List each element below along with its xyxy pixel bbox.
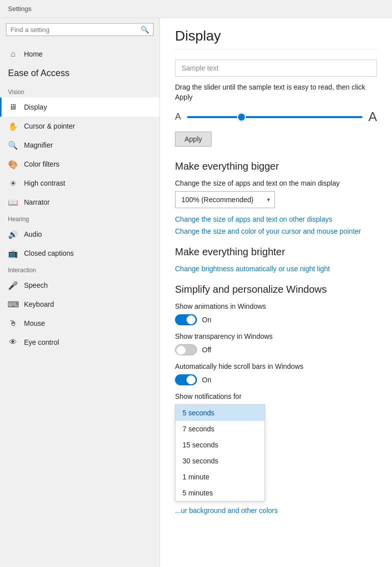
simplify-title: Simplify and personalize Windows xyxy=(175,284,377,295)
notification-dropdown-list: 5 seconds 7 seconds 15 seconds 30 second… xyxy=(175,404,265,501)
vision-section-label: Vision xyxy=(0,85,160,98)
apply-button[interactable]: Apply xyxy=(175,132,212,147)
notification-option-1m[interactable]: 1 minute xyxy=(176,469,264,485)
sidebar-item-magnifier[interactable]: 🔍 Magnifier xyxy=(0,136,160,155)
size-label: Change the size of apps and text on the … xyxy=(175,179,377,187)
magnifier-icon: 🔍 xyxy=(8,140,18,150)
sidebar-item-audio[interactable]: 🔊 Audio xyxy=(0,225,160,244)
sample-text-box: Sample text xyxy=(175,60,377,77)
sidebar-item-mouse-label: Mouse xyxy=(24,319,45,327)
font-size-slider[interactable] xyxy=(187,116,362,118)
animations-toggle[interactable] xyxy=(175,314,197,325)
transparency-toggle-knob xyxy=(176,346,186,355)
settings-title: Settings xyxy=(8,5,32,13)
sidebar-item-cursor[interactable]: ✋ Cursor & pointer xyxy=(0,117,160,136)
sidebar: 🔍 ⌂ Home Ease of Access Vision 🖥 Display… xyxy=(0,18,160,567)
animations-label: Show animations in Windows xyxy=(175,302,377,310)
audio-icon: 🔊 xyxy=(8,229,18,239)
scrollbars-label: Automatically hide scroll bars in Window… xyxy=(175,362,377,370)
notification-option-15s[interactable]: 15 seconds xyxy=(176,437,264,453)
main-container: 🔍 ⌂ Home Ease of Access Vision 🖥 Display… xyxy=(0,18,392,567)
cursor-icon: ✋ xyxy=(8,121,18,131)
sidebar-item-keyboard-label: Keyboard xyxy=(24,300,54,308)
sample-text: Sample text xyxy=(182,64,218,72)
sidebar-item-cursor-label: Cursor & pointer xyxy=(24,122,75,130)
animations-toggle-row: On xyxy=(175,314,377,325)
sidebar-item-narrator[interactable]: 📖 Narrator xyxy=(0,193,160,212)
sidebar-item-high-contrast-label: High contrast xyxy=(24,179,65,187)
sidebar-item-closed-captions[interactable]: 📺 Closed captions xyxy=(0,244,160,263)
make-bigger-section: Make everything bigger Change the size o… xyxy=(175,161,377,235)
sidebar-item-keyboard[interactable]: ⌨ Keyboard xyxy=(0,295,160,314)
size-dropdown-wrapper: 100% (Recommended) 125% 150% 175% ▾ xyxy=(175,191,275,208)
interaction-section-label: Interaction xyxy=(0,263,160,276)
link-background[interactable]: ...ur background and other colors xyxy=(175,506,377,514)
high-contrast-icon: ☀ xyxy=(8,178,18,188)
mouse-icon: 🖱 xyxy=(8,318,18,328)
transparency-toggle-row: Off xyxy=(175,344,377,355)
search-input[interactable] xyxy=(10,26,140,34)
notification-option-5m[interactable]: 5 minutes xyxy=(176,485,264,501)
notifications-label: Show notifications for xyxy=(175,392,377,400)
display-icon: 🖥 xyxy=(8,102,18,112)
link-brightness[interactable]: Change brightness automatically or use n… xyxy=(175,265,377,273)
top-bar: Settings xyxy=(0,0,392,18)
sidebar-item-narrator-label: Narrator xyxy=(24,198,50,206)
home-icon: ⌂ xyxy=(8,49,18,59)
instruction-text: Drag the slider until the sample text is… xyxy=(175,83,377,102)
ease-of-access-label: Ease of Access xyxy=(0,64,160,83)
notification-option-5s[interactable]: 5 seconds xyxy=(176,405,264,421)
keyboard-icon: ⌨ xyxy=(8,299,18,309)
link-other-displays[interactable]: Change the size of apps and text on othe… xyxy=(175,215,377,223)
transparency-toggle[interactable] xyxy=(175,344,197,355)
page-title: Display xyxy=(175,18,377,50)
sidebar-item-display[interactable]: 🖥 Display xyxy=(0,98,160,117)
scrollbars-toggle-row: On xyxy=(175,374,377,385)
sidebar-item-closed-captions-label: Closed captions xyxy=(24,249,74,257)
notification-option-30s[interactable]: 30 seconds xyxy=(176,453,264,469)
notification-option-7s[interactable]: 7 seconds xyxy=(176,421,264,437)
transparency-label: Show transparency in Windows xyxy=(175,332,377,340)
speech-icon: 🎤 xyxy=(8,280,18,290)
sidebar-item-eye-control-label: Eye control xyxy=(24,338,59,346)
hearing-section-label: Hearing xyxy=(0,212,160,225)
sidebar-item-color-filters[interactable]: 🎨 Color filters xyxy=(0,155,160,174)
sidebar-item-high-contrast[interactable]: ☀ High contrast xyxy=(0,174,160,193)
slider-small-a: A xyxy=(175,112,181,122)
animations-state: On xyxy=(202,316,212,324)
notifications-section: Show notifications for 5 seconds 7 secon… xyxy=(175,392,377,501)
color-filters-icon: 🎨 xyxy=(8,159,18,169)
sidebar-item-audio-label: Audio xyxy=(24,230,42,238)
search-box[interactable]: 🔍 xyxy=(6,23,154,36)
make-brighter-title: Make everything brighter xyxy=(175,246,377,258)
make-bigger-title: Make everything bigger xyxy=(175,161,377,172)
search-icon: 🔍 xyxy=(140,26,149,34)
scrollbars-state: On xyxy=(202,376,212,384)
sidebar-item-eye-control[interactable]: 👁 Eye control xyxy=(0,333,160,352)
closed-captions-icon: 📺 xyxy=(8,248,18,258)
slider-large-a: A xyxy=(368,109,377,125)
home-label: Home xyxy=(24,50,42,58)
scrollbars-toggle[interactable] xyxy=(175,374,197,385)
transparency-state: Off xyxy=(202,346,211,354)
sidebar-item-mouse[interactable]: 🖱 Mouse xyxy=(0,314,160,333)
narrator-icon: 📖 xyxy=(8,197,18,207)
scrollbars-toggle-knob xyxy=(186,375,196,384)
sidebar-item-color-filters-label: Color filters xyxy=(24,160,60,168)
slider-row: A A xyxy=(175,109,377,125)
make-brighter-section: Make everything brighter Change brightne… xyxy=(175,246,377,273)
content-area: Display Sample text Drag the slider unti… xyxy=(160,18,392,567)
sidebar-item-speech-label: Speech xyxy=(24,281,48,289)
size-dropdown[interactable]: 100% (Recommended) 125% 150% 175% xyxy=(175,191,275,208)
sidebar-item-home[interactable]: ⌂ Home xyxy=(0,44,160,64)
sidebar-item-display-label: Display xyxy=(24,103,47,111)
eye-control-icon: 👁 xyxy=(8,337,18,347)
link-cursor[interactable]: Change the size and color of your cursor… xyxy=(175,227,377,235)
sidebar-item-magnifier-label: Magnifier xyxy=(24,141,53,149)
sidebar-item-speech[interactable]: 🎤 Speech xyxy=(0,276,160,295)
animations-toggle-knob xyxy=(186,315,196,324)
simplify-section: Simplify and personalize Windows Show an… xyxy=(175,284,377,514)
